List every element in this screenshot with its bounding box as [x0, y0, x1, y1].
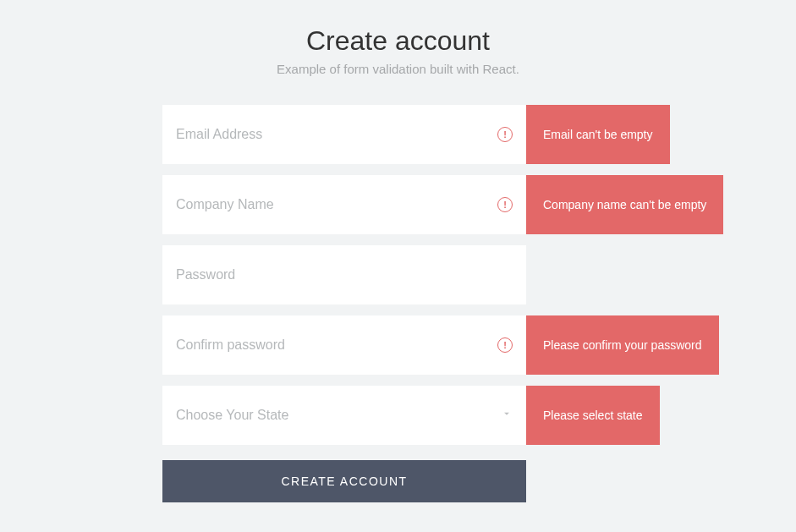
- create-account-button[interactable]: CREATE ACCOUNT: [162, 460, 526, 502]
- state-error: Please select state: [526, 386, 660, 445]
- email-error: Email can't be empty: [526, 105, 670, 164]
- state-placeholder: Choose Your State: [176, 408, 501, 423]
- email-field[interactable]: [176, 127, 491, 142]
- company-field[interactable]: [176, 197, 491, 212]
- error-icon: !: [497, 197, 513, 212]
- state-select[interactable]: Choose Your State: [162, 386, 526, 445]
- chevron-down-icon: [501, 408, 513, 423]
- password-field[interactable]: [176, 267, 513, 282]
- company-error: Company name can't be empty: [526, 175, 723, 234]
- confirm-error: Please confirm your password: [526, 315, 719, 375]
- error-icon: !: [497, 337, 513, 353]
- page-title: Create account: [0, 25, 796, 57]
- error-icon: !: [497, 127, 513, 142]
- page-subtitle: Example of form validation built with Re…: [0, 62, 796, 76]
- confirm-password-field[interactable]: [176, 337, 491, 353]
- signup-form: ! Email can't be empty ! Company name ca…: [162, 105, 526, 502]
